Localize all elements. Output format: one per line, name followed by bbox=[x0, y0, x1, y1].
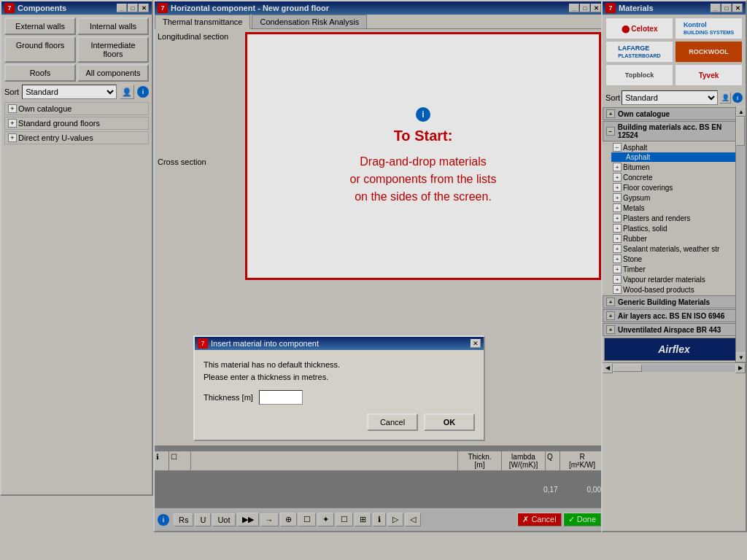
dialog-msg-line1: This material has no default thickness. bbox=[204, 359, 475, 371]
insert-material-dialog: 7 Insert material into component ✕ This … bbox=[193, 335, 485, 441]
dialog-close-button[interactable]: ✕ bbox=[471, 339, 481, 348]
dialog-icon: 7 bbox=[198, 338, 208, 349]
dialog-field: Thickness [m] bbox=[204, 390, 475, 405]
ok-dialog-button[interactable]: OK bbox=[424, 413, 475, 431]
dialog-titlebar: 7 Insert material into component ✕ bbox=[195, 337, 484, 350]
dialog-buttons: Cancel OK bbox=[204, 413, 475, 431]
dialog-title: Insert material into component bbox=[211, 339, 319, 348]
thickness-input[interactable] bbox=[259, 390, 303, 405]
dialog-overlay bbox=[0, 0, 747, 560]
dialog-content: This material has no default thickness. … bbox=[195, 350, 484, 440]
thickness-label: Thickness [m] bbox=[204, 393, 253, 402]
cancel-dialog-button[interactable]: Cancel bbox=[367, 413, 418, 431]
dialog-message: This material has no default thickness. … bbox=[204, 359, 475, 383]
dialog-msg-line2: Please enter a thickness in metres. bbox=[204, 371, 475, 384]
